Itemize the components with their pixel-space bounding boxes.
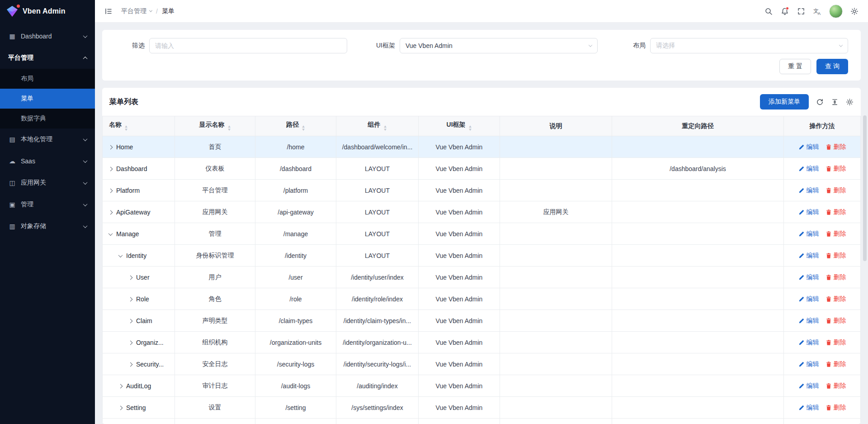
query-button[interactable]: 查 询 bbox=[816, 59, 848, 74]
cell-description bbox=[500, 332, 612, 353]
row-expand-icon[interactable] bbox=[118, 253, 123, 257]
add-menu-button[interactable]: 添加新菜单 bbox=[760, 94, 809, 110]
user-avatar[interactable] bbox=[829, 5, 843, 18]
sidebar-item-data-dictionary[interactable]: 数据字典 bbox=[0, 109, 95, 129]
sidebar-item-localization[interactable]: ▤本地化管理 bbox=[0, 129, 95, 150]
fullscreen-icon[interactable] bbox=[794, 4, 808, 19]
delete-link[interactable]: 删除 bbox=[826, 360, 846, 368]
notification-bell-icon[interactable] bbox=[778, 4, 792, 19]
layout-select[interactable]: 请选择 bbox=[650, 38, 848, 53]
delete-link[interactable]: 删除 bbox=[826, 317, 846, 325]
saas-icon: ☁ bbox=[8, 157, 16, 165]
sort-icon[interactable]: ▲▼ bbox=[383, 125, 387, 131]
delete-link[interactable]: 删除 bbox=[826, 230, 846, 238]
delete-link[interactable]: 删除 bbox=[826, 186, 846, 195]
reset-button[interactable]: 重 置 bbox=[779, 59, 811, 74]
sidebar-item-platform[interactable]: 平台管理 bbox=[0, 47, 95, 69]
edit-link[interactable]: 编辑 bbox=[798, 317, 819, 325]
cell-display-name: 管理 bbox=[175, 223, 255, 245]
cell-path: /claim-types bbox=[255, 310, 336, 332]
edit-link[interactable]: 编辑 bbox=[798, 360, 819, 368]
delete-link[interactable]: 删除 bbox=[826, 165, 846, 173]
edit-link[interactable]: 编辑 bbox=[798, 230, 819, 238]
delete-link[interactable]: 删除 bbox=[826, 143, 846, 151]
breadcrumb-item-current: 菜单 bbox=[162, 7, 175, 15]
settings-gear-icon[interactable] bbox=[847, 4, 862, 19]
chevron-down-icon bbox=[83, 224, 88, 228]
row-expand-icon[interactable] bbox=[118, 384, 123, 388]
sidebar-item-manage[interactable]: ▣管理 bbox=[0, 194, 95, 215]
filter-input[interactable] bbox=[149, 38, 347, 53]
row-expand-icon[interactable] bbox=[128, 297, 133, 301]
delete-trash-icon bbox=[826, 166, 832, 172]
row-expand-icon[interactable] bbox=[108, 167, 113, 171]
row-expand-icon[interactable] bbox=[108, 231, 113, 236]
sidebar-item-app-gateway[interactable]: ◫应用网关 bbox=[0, 172, 95, 194]
row-expand-icon[interactable] bbox=[128, 340, 133, 345]
sidebar-item-object-storage[interactable]: ▥对象存储 bbox=[0, 215, 95, 237]
row-expand-icon[interactable] bbox=[108, 210, 113, 214]
cell-component: /identity/claim-types/in... bbox=[336, 310, 419, 332]
cell-name: Dashboard bbox=[103, 158, 175, 180]
search-icon[interactable] bbox=[761, 4, 776, 19]
cell-component: /identity/organization-u... bbox=[336, 332, 419, 353]
cell-redirect bbox=[612, 310, 784, 332]
cell-path: /role bbox=[255, 288, 336, 310]
sort-icon[interactable]: ▲▼ bbox=[468, 125, 472, 131]
column-header-4[interactable]: 组件▲▼ bbox=[336, 116, 419, 136]
app-title: Vben Admin bbox=[23, 7, 66, 15]
row-height-icon[interactable] bbox=[831, 98, 839, 106]
row-expand-icon[interactable] bbox=[128, 362, 133, 367]
cell-framework: Vue Vben Admin bbox=[419, 201, 500, 223]
cell-framework: Vue Vben Admin bbox=[419, 180, 500, 201]
delete-link[interactable]: 删除 bbox=[826, 338, 846, 347]
sort-icon[interactable]: ▲▼ bbox=[302, 125, 305, 131]
column-header-3[interactable]: 路径▲▼ bbox=[255, 116, 336, 136]
chevron-down-icon bbox=[83, 137, 88, 141]
ui-framework-select[interactable]: Vue Vben Admin bbox=[400, 38, 598, 53]
edit-link[interactable]: 编辑 bbox=[798, 186, 819, 195]
edit-link[interactable]: 编辑 bbox=[798, 295, 819, 303]
cell-actions: 编辑删除 bbox=[784, 375, 861, 397]
sidebar-item-layout[interactable]: 布局 bbox=[0, 69, 95, 89]
edit-link[interactable]: 编辑 bbox=[798, 165, 819, 173]
sort-icon[interactable]: ▲▼ bbox=[124, 125, 128, 131]
sidebar-item-dashboard[interactable]: ▦Dashboard bbox=[0, 25, 95, 47]
sidebar-item-menu[interactable]: 菜单 bbox=[0, 89, 95, 109]
delete-link[interactable]: 删除 bbox=[826, 404, 846, 412]
edit-link[interactable]: 编辑 bbox=[798, 273, 819, 281]
sidebar-toggle-icon[interactable] bbox=[101, 4, 116, 19]
delete-link[interactable]: 删除 bbox=[826, 382, 846, 390]
edit-link[interactable]: 编辑 bbox=[798, 208, 819, 216]
sidebar-item-saas[interactable]: ☁Saas bbox=[0, 150, 95, 172]
table-row bbox=[103, 419, 861, 424]
edit-link[interactable]: 编辑 bbox=[798, 338, 819, 347]
edit-link[interactable]: 编辑 bbox=[798, 404, 819, 412]
cell-name bbox=[103, 419, 175, 424]
delete-link[interactable]: 删除 bbox=[826, 295, 846, 303]
delete-link[interactable]: 删除 bbox=[826, 273, 846, 281]
column-header-1[interactable]: 名称▲▼ bbox=[103, 116, 175, 136]
delete-link[interactable]: 删除 bbox=[826, 252, 846, 260]
breadcrumb-item-platform[interactable]: 平台管理 bbox=[121, 7, 152, 15]
row-expand-icon[interactable] bbox=[118, 405, 123, 410]
logo[interactable]: Vben Admin bbox=[0, 0, 95, 23]
page-scrollbar-thumb[interactable] bbox=[863, 115, 867, 261]
row-expand-icon[interactable] bbox=[128, 275, 133, 280]
delete-link[interactable]: 删除 bbox=[826, 208, 846, 216]
row-expand-icon[interactable] bbox=[128, 319, 133, 323]
edit-link[interactable]: 编辑 bbox=[798, 143, 819, 151]
row-expand-icon[interactable] bbox=[108, 145, 113, 149]
translate-icon[interactable]: 文 A bbox=[810, 4, 825, 19]
table-scroll-area[interactable]: 名称▲▼显示名称▲▼路径▲▼组件▲▼UI框架▲▼说明重定向路径操作方法 Home… bbox=[102, 116, 861, 424]
ui-framework-label: UI框架 bbox=[360, 42, 395, 50]
cell-redirect bbox=[612, 201, 784, 223]
column-header-2[interactable]: 显示名称▲▼ bbox=[175, 116, 255, 136]
edit-link[interactable]: 编辑 bbox=[798, 382, 819, 390]
table-settings-gear-icon[interactable] bbox=[846, 98, 854, 106]
edit-link[interactable]: 编辑 bbox=[798, 252, 819, 260]
column-header-5[interactable]: UI框架▲▼ bbox=[419, 116, 500, 136]
sort-icon[interactable]: ▲▼ bbox=[227, 125, 231, 131]
row-expand-icon[interactable] bbox=[108, 188, 113, 193]
refresh-icon[interactable] bbox=[816, 98, 824, 106]
